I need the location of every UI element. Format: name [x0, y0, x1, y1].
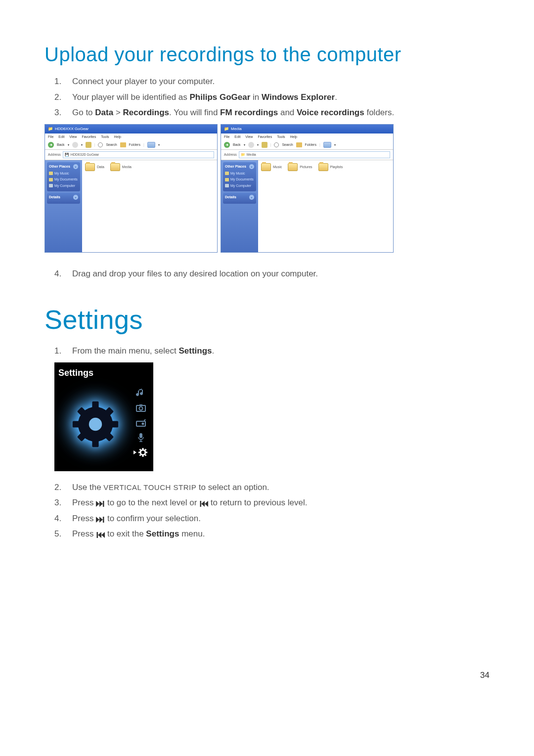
gear-glow-graphic — [63, 392, 128, 456]
sidebar-item-my-music[interactable]: My Music — [225, 171, 254, 177]
sidebar-item-my-documents[interactable]: My Documents — [225, 177, 254, 182]
menu-favorites[interactable]: Favorites — [258, 134, 272, 140]
menu-edit[interactable]: Edit — [58, 134, 64, 140]
search-icon[interactable] — [274, 142, 279, 147]
up-button-icon[interactable] — [262, 142, 267, 148]
window-title: Media — [231, 126, 242, 132]
settings-screen-title: Settings — [58, 366, 149, 380]
back-button-icon[interactable]: ◄ — [224, 142, 230, 148]
step-number: 1. — [54, 345, 72, 357]
address-label: Address — [224, 152, 237, 158]
step-number: 2. — [54, 481, 72, 494]
step-text: Press to exit the Settings menu. — [72, 528, 490, 540]
explorer-sidebar: Other Places » My Music My Documents My … — [221, 160, 258, 252]
address-value: HDD6320 GoGear — [71, 152, 99, 158]
explorer-window-media: 📁 Media File Edit View Favorites Tools H… — [221, 124, 394, 253]
folder-label: Data — [97, 165, 104, 170]
menu-view[interactable]: View — [245, 134, 253, 140]
step-text: Press to confirm your selection. — [72, 512, 490, 525]
folders-icon[interactable] — [296, 142, 302, 147]
folders-icon[interactable] — [120, 142, 126, 147]
step-number: 4. — [54, 267, 72, 280]
window-titlebar: 📁 Media — [221, 125, 393, 133]
radio-icon — [135, 417, 146, 428]
up-button-icon[interactable] — [86, 142, 91, 148]
folder-playlists[interactable]: Playlists — [318, 163, 343, 171]
forward-button-icon[interactable] — [72, 142, 78, 148]
folder-pictures[interactable]: Pictures — [288, 163, 312, 171]
window-title: HDD6XXX GoGear — [55, 126, 89, 132]
other-places-title: Other Places — [225, 164, 246, 170]
svg-point-14 — [142, 422, 144, 425]
expand-chevron-icon[interactable]: » — [73, 195, 78, 200]
page-number: 34 — [44, 669, 490, 682]
step-number: 3. — [54, 496, 72, 509]
window-menu: File Edit View Favorites Tools Help — [221, 133, 393, 141]
sidebar-item-my-music[interactable]: My Music — [49, 171, 78, 177]
menu-edit[interactable]: Edit — [234, 134, 240, 140]
collapse-chevron-icon[interactable]: » — [73, 164, 78, 169]
svg-line-25 — [145, 454, 146, 455]
search-label: Search — [282, 142, 293, 148]
menu-tools[interactable]: Tools — [277, 134, 285, 140]
settings-chapter-title: Settings — [44, 300, 490, 340]
search-label: Search — [106, 142, 117, 148]
svg-rect-3 — [73, 421, 82, 427]
address-input[interactable]: 📁 Media — [239, 151, 390, 158]
folder-label: Media — [122, 165, 132, 170]
music-icon — [135, 388, 146, 399]
upload-title: Upload your recordings to the computer — [44, 40, 490, 69]
folder-media[interactable]: Media — [110, 163, 132, 171]
collapse-chevron-icon[interactable]: » — [249, 164, 254, 169]
address-input[interactable]: 💾 HDD6320 GoGear — [63, 151, 214, 158]
address-label: Address — [48, 152, 61, 158]
upload-steps-cont: 4. Drag and drop your files to any desir… — [44, 267, 490, 280]
step-text: Drag and drop your files to any desired … — [72, 267, 490, 280]
menu-help[interactable]: Help — [290, 134, 297, 140]
menu-file[interactable]: File — [224, 134, 229, 140]
drive-icon: 💾 — [65, 152, 69, 158]
selection-indicator-icon — [134, 450, 136, 454]
folder-label: Music — [273, 165, 282, 170]
step-text: From the main menu, select Settings. — [72, 345, 490, 357]
search-icon[interactable] — [98, 142, 103, 147]
other-places-panel: Other Places » My Music My Documents My … — [47, 162, 80, 191]
menu-view[interactable]: View — [69, 134, 77, 140]
address-value: Media — [247, 152, 256, 158]
explorer-content: Data Media — [82, 160, 217, 252]
menu-favorites[interactable]: Favorites — [82, 134, 96, 140]
svg-rect-1 — [92, 401, 98, 410]
svg-marker-29 — [99, 501, 103, 507]
menu-tools[interactable]: Tools — [101, 134, 109, 140]
menu-file[interactable]: File — [48, 134, 53, 140]
menu-help[interactable]: Help — [114, 134, 121, 140]
device-settings-screenshot: Settings — [54, 362, 153, 471]
svg-rect-16 — [139, 433, 142, 438]
folder-music[interactable]: Music — [261, 163, 282, 171]
microphone-icon — [135, 432, 146, 443]
step-number: 5. — [54, 528, 72, 540]
sidebar-item-my-computer[interactable]: My Computer — [225, 183, 254, 189]
forward-button-icon[interactable] — [248, 142, 254, 148]
step-number: 1. — [54, 75, 72, 88]
folders-label: Folders — [129, 142, 140, 148]
views-button-icon[interactable] — [323, 142, 331, 148]
folder-data[interactable]: Data — [85, 163, 104, 171]
sidebar-item-my-computer[interactable]: My Computer — [49, 183, 78, 189]
svg-rect-30 — [103, 501, 104, 507]
back-button-icon[interactable]: ◄ — [48, 142, 54, 148]
sidebar-item-my-documents[interactable]: My Documents — [49, 177, 78, 182]
explorer-sidebar: Other Places » My Music My Documents My … — [45, 160, 82, 252]
folder-icon — [288, 163, 298, 171]
address-bar: Address 📁 Media — [221, 150, 393, 160]
svg-rect-12 — [139, 404, 142, 406]
svg-marker-34 — [96, 517, 99, 523]
other-places-title: Other Places — [49, 164, 70, 170]
folder-icon — [261, 163, 271, 171]
expand-chevron-icon[interactable]: » — [249, 195, 254, 200]
explorer-content: Music Pictures Playlists — [258, 160, 393, 252]
explorer-screenshots: 📁 HDD6XXX GoGear File Edit View Favorite… — [44, 124, 490, 253]
step-text: Connect your player to your computer. — [72, 75, 490, 88]
views-button-icon[interactable] — [147, 142, 155, 148]
details-panel: Details » — [47, 193, 80, 204]
